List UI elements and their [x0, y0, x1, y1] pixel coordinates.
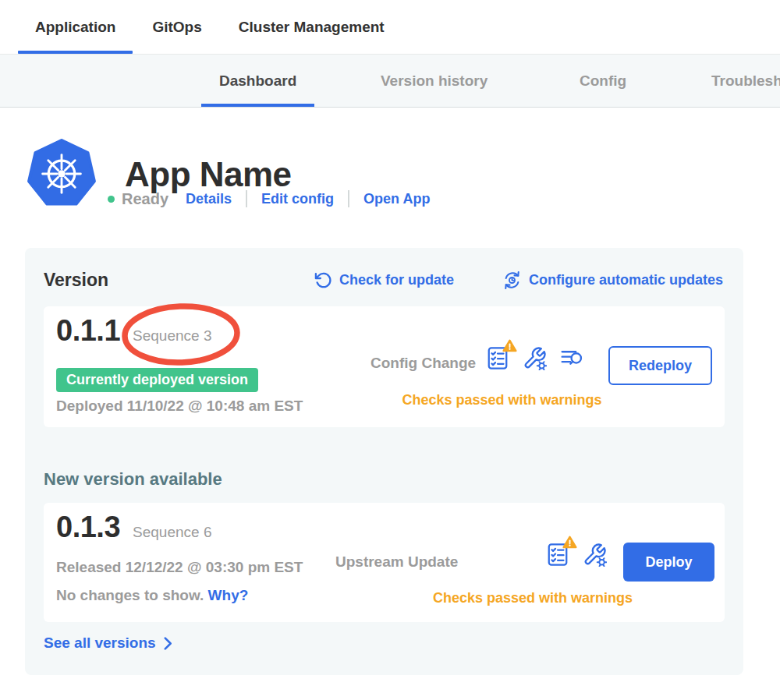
preflight-status-text: Checks passed with warnings: [427, 590, 638, 606]
version-section-title: Version: [44, 270, 108, 291]
tab-version-history-label: Version history: [381, 72, 488, 90]
tab-gitops[interactable]: GitOps: [135, 0, 218, 54]
new-version-row: 0.1.3 Sequence 6: [56, 511, 211, 544]
see-all-versions-label: See all versions: [44, 635, 156, 652]
warning-triangle-icon: [562, 536, 577, 549]
preflight-status-text: Checks passed with warnings: [387, 392, 617, 408]
app-header: App Name Ready Details Edit config Open …: [0, 108, 780, 247]
new-version-number: 0.1.3: [56, 511, 120, 544]
view-files-icon: [560, 348, 584, 369]
configure-automatic-updates-link[interactable]: Configure automatic updates: [502, 270, 723, 290]
view-config-button[interactable]: [583, 543, 607, 567]
deployed-timestamp: Deployed 11/10/22 @ 10:48 am EST: [56, 398, 303, 415]
current-version-row: 0.1.1 Sequence 3: [56, 314, 211, 348]
new-version-heading: New version available: [44, 469, 222, 490]
new-version-card: 0.1.3 Sequence 6 Released 12/12/22 @ 03:…: [44, 503, 725, 622]
released-timestamp: Released 12/12/22 @ 03:30 pm EST: [56, 559, 303, 576]
tab-dashboard[interactable]: Dashboard: [201, 55, 314, 107]
version-source-label: Config Change: [370, 355, 476, 372]
wrench-gear-icon: [523, 346, 547, 370]
divider: [348, 190, 349, 207]
divider: [246, 190, 247, 207]
tab-config[interactable]: Config: [580, 55, 626, 107]
check-for-update-link[interactable]: Check for update: [314, 271, 454, 289]
currently-deployed-badge: Currently deployed version: [56, 368, 258, 392]
tab-troubleshoot[interactable]: Troubleshoot: [711, 55, 780, 107]
status-dot-icon: [108, 196, 115, 203]
kubernetes-logo: [27, 138, 96, 208]
version-source-label: Upstream Update: [335, 553, 458, 571]
wrench-gear-icon: [583, 543, 607, 567]
view-files-button[interactable]: [560, 348, 584, 369]
auto-update-clock-icon: [502, 270, 522, 290]
preflight-checks-button[interactable]: [546, 542, 569, 567]
preflight-checks-button[interactable]: [486, 345, 509, 371]
view-config-button[interactable]: [523, 346, 547, 370]
tab-dashboard-label: Dashboard: [219, 72, 296, 90]
current-version-number: 0.1.1: [56, 314, 120, 348]
tab-gitops-label: GitOps: [152, 19, 201, 36]
see-all-versions-link[interactable]: See all versions: [44, 635, 172, 652]
tab-application-label: Application: [35, 19, 115, 36]
edit-config-link[interactable]: Edit config: [261, 191, 334, 207]
app-sub-nav: Dashboard Version history Config Trouble…: [0, 55, 780, 108]
changes-note: No changes to show. Why?: [56, 587, 248, 604]
tab-version-history[interactable]: Version history: [381, 55, 488, 107]
new-version-status-icons: [546, 542, 607, 567]
primary-nav: Application GitOps Cluster Management: [0, 0, 780, 55]
chevron-right-icon: [164, 637, 172, 650]
details-link[interactable]: Details: [186, 191, 232, 207]
refresh-icon: [314, 271, 332, 289]
deploy-button[interactable]: Deploy: [623, 543, 714, 582]
version-section-header: Version Check for update Configure: [44, 270, 723, 291]
tab-config-label: Config: [580, 72, 626, 90]
redeploy-button[interactable]: Redeploy: [608, 346, 712, 385]
warning-triangle-icon: [502, 339, 517, 352]
tab-troubleshoot-label: Troubleshoot: [711, 72, 780, 90]
tab-cluster-management-label: Cluster Management: [239, 19, 385, 36]
open-app-link[interactable]: Open App: [363, 191, 430, 207]
why-link[interactable]: Why?: [208, 587, 249, 603]
no-changes-text: No changes to show.: [56, 587, 204, 603]
current-version-status-icons: [486, 345, 584, 371]
current-version-card: 0.1.1 Sequence 3 Currently deployed vers…: [44, 306, 725, 427]
configure-automatic-updates-label: Configure automatic updates: [529, 272, 723, 288]
tab-application[interactable]: Application: [18, 0, 133, 54]
current-version-sequence: Sequence 3: [133, 327, 211, 345]
check-for-update-label: Check for update: [339, 272, 454, 288]
version-section: Version Check for update Configure: [25, 248, 743, 675]
new-version-sequence: Sequence 6: [133, 524, 211, 541]
tab-cluster-management[interactable]: Cluster Management: [222, 0, 402, 54]
app-status-row: Ready Details Edit config Open App: [108, 189, 430, 209]
status-badge: Ready: [122, 190, 168, 208]
